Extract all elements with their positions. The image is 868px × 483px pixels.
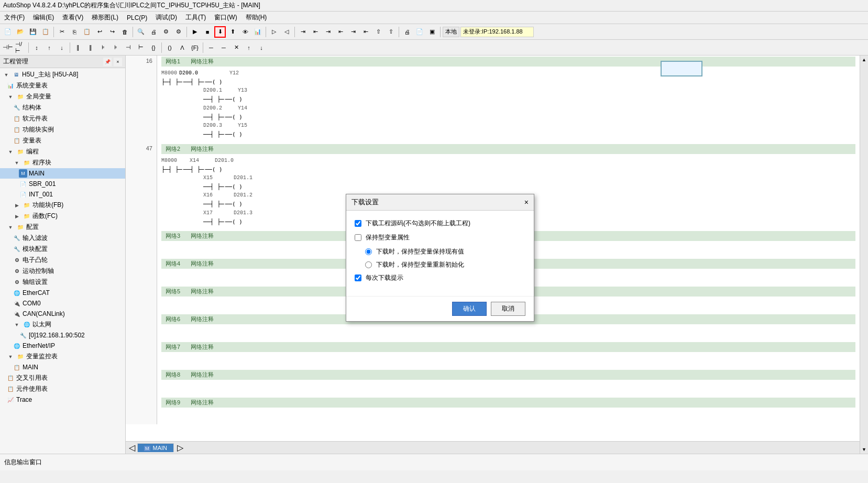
tree-item-fc[interactable]: ▶ 📁 函数(FC) — [0, 211, 125, 222]
tb-upload[interactable]: ⬆ — [227, 26, 238, 38]
tree-item-moduleconfig[interactable]: 🔧 模块配置 — [0, 244, 125, 255]
menu-window[interactable]: 窗口(W) — [210, 12, 241, 23]
tree-item-varmonitor[interactable]: ▼ 📁 变量监控表 — [0, 351, 125, 362]
dialog-cancel-btn[interactable]: 取消 — [491, 302, 525, 316]
tree-item-ip-config[interactable]: 🔧 [0]192.168.1.90:502 — [0, 330, 125, 341]
tree-item-globalvar[interactable]: ▼ 📁 全局变量 — [0, 91, 125, 102]
scroll-up-btn[interactable]: ▲ — [860, 56, 868, 64]
tb-undo[interactable]: ↩ — [94, 26, 105, 38]
checkbox-retain-var[interactable] — [355, 234, 361, 241]
tb-open[interactable]: 📂 — [15, 26, 26, 38]
tb-copy[interactable]: ⎘ — [69, 26, 80, 38]
tb-b10[interactable]: ⇧ — [385, 26, 397, 38]
tree-item-ethercat[interactable]: 🌐 EtherCAT — [0, 288, 125, 298]
tb2-b11[interactable]: ⊢ — [135, 42, 147, 53]
radio-keep-value[interactable] — [365, 248, 372, 255]
tb-b13[interactable]: ▣ — [426, 26, 438, 38]
tree-item-elem-usage[interactable]: 📋 元件使用表 — [0, 383, 125, 394]
tb2-b10[interactable]: ⊣ — [123, 42, 134, 53]
tb2-b8[interactable]: ⊧ — [97, 42, 109, 53]
tb2-b15[interactable]: {F} — [189, 42, 201, 53]
menu-file[interactable]: 文件(F) — [0, 12, 29, 23]
tb-b6[interactable]: ⇤ — [335, 26, 346, 38]
tb-b5[interactable]: ⇥ — [322, 26, 334, 38]
scroll-track[interactable] — [860, 64, 868, 445]
tree-item-main[interactable]: M MAIN — [0, 168, 125, 179]
tb-download[interactable]: ⬇ — [214, 26, 226, 38]
tb-b4[interactable]: ⇤ — [310, 26, 321, 38]
scroll-left-btn[interactable]: ◁ — [127, 443, 137, 453]
tree-item-axisgroup[interactable]: ⚙ 轴组设置 — [0, 277, 125, 288]
tb-cut[interactable]: ✂ — [56, 26, 68, 38]
tree-item-electroniccam[interactable]: ⚙ 电子凸轮 — [0, 255, 125, 266]
tb-monitor2[interactable]: 📊 — [252, 26, 263, 38]
tb-b3[interactable]: ⇥ — [297, 26, 309, 38]
tree-item-fb[interactable]: ▶ 📁 功能块(FB) — [0, 200, 125, 211]
tb2-b13[interactable]: () — [164, 42, 175, 53]
tb2-b3[interactable]: ↕ — [31, 42, 42, 53]
tree-item-com0[interactable]: 🔌 COM0 — [0, 298, 125, 309]
tb-b8[interactable]: ⇤ — [360, 26, 371, 38]
tree-item-h5u[interactable]: ▼ 🖥 H5U_主站 [H5U-A8] — [0, 69, 125, 80]
checkbox-prompt-each[interactable] — [355, 275, 361, 281]
tb-search[interactable]: 🔍 — [135, 26, 147, 38]
tb2-b2[interactable]: ⊣/⊢ — [15, 42, 26, 53]
tb-b9[interactable]: ⇧ — [372, 26, 384, 38]
menu-debug[interactable]: 调试(D) — [151, 12, 181, 23]
tb2-b18[interactable]: ✕ — [230, 42, 242, 53]
menu-tools[interactable]: 工具(T) — [181, 12, 210, 23]
tb-run[interactable]: ▶ — [189, 26, 201, 38]
tb-save[interactable]: 💾 — [27, 26, 39, 38]
tree-item-sbr001[interactable]: 📄 SBR_001 — [0, 179, 125, 189]
panel-pin-btn[interactable]: 📌 — [103, 58, 112, 66]
dialog-close-btn[interactable]: × — [524, 198, 529, 206]
dialog-confirm-btn[interactable]: 确认 — [452, 302, 487, 316]
tree-item-progblock[interactable]: ▼ 📁 程序块 — [0, 157, 125, 168]
menu-ladder[interactable]: 梯形图(L) — [87, 12, 123, 23]
tree-item-motionaxis[interactable]: ⚙ 运动控制轴 — [0, 266, 125, 277]
tb-stop[interactable]: ■ — [202, 26, 213, 38]
tb-b12[interactable]: 📄 — [414, 26, 425, 38]
tb2-b9[interactable]: ⊧ — [110, 42, 122, 53]
tb-compile2[interactable]: ⚙ — [173, 26, 184, 38]
tb-paste[interactable]: 📋 — [81, 26, 93, 38]
tb-b7[interactable]: ⇥ — [347, 26, 359, 38]
tb2-b5[interactable]: ↓ — [56, 42, 68, 53]
scroll-right-btn[interactable]: ▷ — [175, 443, 185, 453]
tree-item-struct[interactable]: 🔧 结构体 — [0, 102, 125, 113]
tb2-b4[interactable]: ↑ — [43, 42, 55, 53]
menu-plc[interactable]: PLC(P) — [123, 13, 151, 23]
tb-b1[interactable]: ▷ — [268, 26, 280, 38]
tb2-b20[interactable]: ↓ — [256, 42, 267, 53]
tree-item-ethernet[interactable]: ▼ 🌐 以太网 — [0, 319, 125, 330]
tree-item-main-monitor[interactable]: 📋 MAIN — [0, 362, 125, 372]
tree-item-programming[interactable]: ▼ 📁 编程 — [0, 146, 125, 157]
panel-close-btn[interactable]: × — [114, 58, 122, 66]
menu-view[interactable]: 查看(V) — [58, 12, 87, 23]
tb2-b19[interactable]: ↑ — [243, 42, 255, 53]
tb-delete[interactable]: 🗑 — [119, 26, 130, 38]
menu-edit[interactable]: 编辑(E) — [29, 12, 58, 23]
tb-saveas[interactable]: 📋 — [40, 26, 51, 38]
tb2-b1[interactable]: ⊣⊢ — [2, 42, 14, 53]
tab-main[interactable]: M MAIN — [137, 443, 174, 452]
menu-help[interactable]: 帮助(H) — [241, 12, 271, 23]
tree-item-sysvar[interactable]: 📊 系统变量表 — [0, 80, 125, 91]
tb-monitor[interactable]: 👁 — [239, 26, 251, 38]
tb2-b16[interactable]: ─ — [205, 42, 217, 53]
tb2-b6[interactable]: ‖ — [72, 42, 84, 53]
tree-item-crossref[interactable]: 📋 交叉引用表 — [0, 372, 125, 383]
tb2-b12[interactable]: {} — [148, 42, 159, 53]
tree-item-config[interactable]: ▼ 📁 配置 — [0, 222, 125, 233]
tb2-b17[interactable]: ─ — [218, 42, 229, 53]
tree-item-vartable[interactable]: 📋 变量表 — [0, 135, 125, 146]
right-scrollbar[interactable]: ▲ ▼ — [860, 56, 868, 454]
tb-b11[interactable]: 🖨 — [401, 26, 413, 38]
tb-compile[interactable]: ⚙ — [160, 26, 172, 38]
tb2-b14[interactable]: Λ — [177, 42, 188, 53]
radio-reinit[interactable] — [365, 261, 372, 268]
tb-print[interactable]: 🖨 — [148, 26, 159, 38]
tree-item-softelem[interactable]: 📋 软元件表 — [0, 113, 125, 124]
tree-item-ethernetip[interactable]: 🌐 EtherNet/IP — [0, 341, 125, 351]
tree-item-canlink[interactable]: 🔌 CAN(CANLink) — [0, 309, 125, 319]
